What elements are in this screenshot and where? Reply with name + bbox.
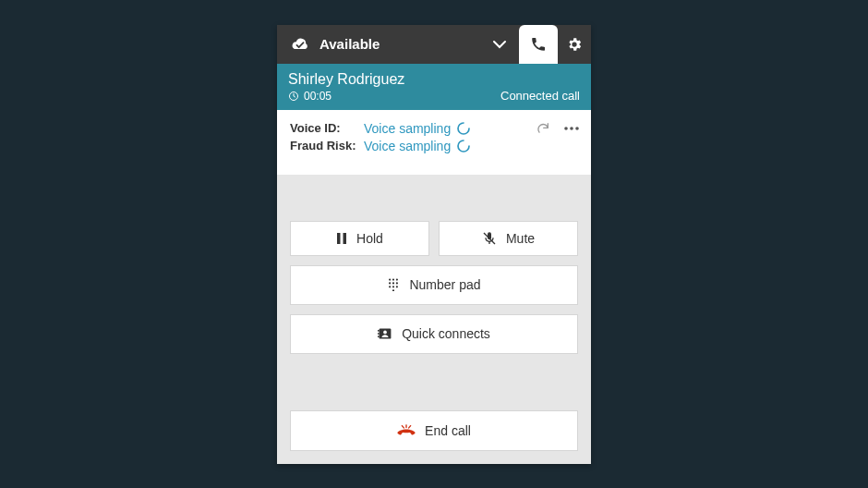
quick-connects-button[interactable]: Quick connects: [290, 314, 578, 354]
agent-status-label: Available: [319, 36, 380, 52]
svg-point-11: [392, 282, 394, 284]
end-call-icon: [397, 424, 416, 437]
number-pad-label: Number pad: [409, 277, 480, 292]
caller-name: Shirley Rodriguez: [288, 71, 404, 88]
voice-id-value: Voice sampling: [364, 121, 451, 136]
svg-point-18: [383, 331, 387, 335]
end-call-button[interactable]: End call: [290, 410, 578, 450]
svg-point-10: [389, 282, 391, 284]
settings-button[interactable]: [558, 25, 591, 64]
ellipsis-icon: [563, 126, 580, 131]
svg-rect-20: [378, 334, 380, 336]
pause-icon: [336, 232, 347, 245]
quick-connects-label: Quick connects: [402, 326, 490, 341]
svg-point-9: [396, 279, 398, 281]
svg-point-12: [396, 282, 398, 284]
caller-info-bar: Shirley Rodriguez 00:05 Connected call: [277, 64, 591, 110]
svg-point-2: [570, 127, 573, 130]
call-status: Connected call: [500, 89, 580, 103]
voice-id-label: Voice ID:: [290, 121, 358, 135]
svg-point-3: [575, 127, 579, 130]
mute-button[interactable]: Mute: [439, 221, 578, 256]
svg-point-13: [389, 286, 391, 287]
voice-id-panel: Voice ID: Voice sampling Fraud Risk: Voi…: [277, 110, 591, 175]
phone-tab[interactable]: [519, 25, 558, 64]
svg-point-15: [396, 286, 398, 287]
phone-icon: [530, 36, 547, 53]
end-call-label: End call: [425, 423, 471, 438]
mic-mute-icon: [482, 231, 497, 246]
mute-label: Mute: [506, 231, 535, 246]
contacts-icon: [378, 327, 392, 340]
svg-point-16: [392, 289, 394, 291]
hold-label: Hold: [356, 231, 383, 246]
ccp-panel: Available Shirley Rodriguez 00:05: [277, 25, 591, 464]
spinner-icon: [456, 121, 471, 136]
svg-rect-4: [337, 233, 341, 244]
svg-rect-21: [378, 336, 380, 338]
fraud-risk-label: Fraud Risk:: [290, 139, 358, 152]
call-timer: 00:05: [304, 90, 332, 103]
top-bar: Available: [277, 25, 591, 64]
more-menu-button[interactable]: [563, 126, 580, 131]
svg-point-1: [564, 127, 568, 130]
gear-icon: [566, 36, 583, 53]
status-cloud-icon: [290, 37, 310, 52]
svg-rect-5: [344, 233, 347, 244]
hold-button[interactable]: Hold: [290, 221, 429, 256]
svg-line-22: [402, 425, 404, 427]
number-pad-button[interactable]: Number pad: [290, 265, 578, 305]
chevron-down-icon: [480, 40, 519, 49]
agent-status-dropdown[interactable]: Available: [277, 36, 480, 52]
svg-point-14: [392, 286, 394, 287]
spinner-icon: [456, 139, 471, 153]
svg-line-24: [409, 425, 411, 427]
refresh-button[interactable]: [536, 121, 550, 136]
clock-icon: [288, 91, 299, 102]
svg-point-7: [389, 279, 391, 281]
svg-point-8: [392, 279, 394, 281]
call-controls: Hold Mute: [277, 175, 591, 464]
refresh-icon: [536, 121, 550, 136]
fraud-risk-value: Voice sampling: [364, 139, 451, 153]
dialpad-icon: [387, 278, 400, 291]
svg-rect-19: [378, 330, 380, 332]
